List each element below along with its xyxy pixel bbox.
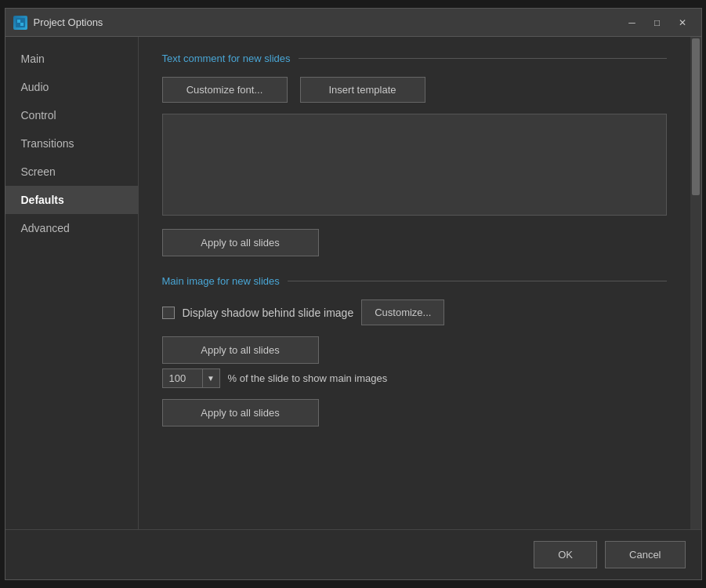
ok-button[interactable]: OK [534, 541, 597, 568]
main-image-section: Main image for new slides Display shadow… [162, 275, 667, 426]
shadow-checkbox[interactable] [162, 307, 175, 319]
section1-button-row: Customize font... Insert template [162, 77, 667, 103]
section2-line [288, 281, 667, 281]
content-area: Text comment for new slides Customize fo… [139, 37, 690, 529]
shadow-label: Display shadow behind slide image [183, 307, 354, 319]
cancel-button[interactable]: Cancel [605, 541, 685, 568]
sidebar-item-screen[interactable]: Screen [5, 158, 138, 186]
svg-rect-2 [20, 23, 24, 26]
scrollbar-thumb[interactable] [692, 38, 700, 195]
scrollbar-track[interactable] [690, 37, 701, 529]
section1-header: Text comment for new slides [162, 53, 667, 64]
apply-shadow-button[interactable]: Apply to all slides [162, 336, 319, 364]
spinner-container: ▼ [162, 368, 220, 388]
sidebar-item-transitions[interactable]: Transitions [5, 129, 138, 158]
close-button[interactable]: ✕ [672, 14, 693, 31]
window-body: Main Audio Control Transitions Screen De… [5, 37, 701, 529]
footer: OK Cancel [5, 529, 701, 579]
section2-title: Main image for new slides [162, 275, 280, 287]
apply-text-button[interactable]: Apply to all slides [162, 229, 319, 256]
spinner-down-arrow[interactable]: ▼ [202, 369, 219, 387]
section2-header: Main image for new slides [162, 275, 667, 287]
spinner-row: ▼ % of the slide to show main images [162, 368, 667, 388]
customize-image-button[interactable]: Customize... [361, 299, 444, 325]
maximize-button[interactable]: □ [646, 14, 668, 31]
insert-template-button[interactable]: Insert template [300, 77, 425, 103]
sidebar-item-defaults[interactable]: Defaults [5, 186, 138, 214]
shadow-checkbox-row: Display shadow behind slide image Custom… [162, 299, 667, 325]
sidebar: Main Audio Control Transitions Screen De… [5, 37, 139, 529]
apply-scale-button[interactable]: Apply to all slides [162, 399, 319, 426]
sidebar-item-advanced[interactable]: Advanced [5, 214, 138, 242]
minimize-button[interactable]: ─ [621, 14, 643, 31]
window-title: Project Options [34, 16, 621, 28]
sidebar-item-audio[interactable]: Audio [5, 73, 138, 101]
text-comment-section: Text comment for new slides Customize fo… [162, 53, 667, 256]
sidebar-item-main[interactable]: Main [5, 45, 138, 73]
text-comment-area[interactable] [162, 114, 667, 216]
title-bar: Project Options ─ □ ✕ [5, 9, 701, 37]
section1-title: Text comment for new slides [162, 53, 291, 64]
customize-font-button[interactable]: Customize font... [162, 77, 288, 103]
spinner-label: % of the slide to show main images [228, 372, 388, 384]
window-controls: ─ □ ✕ [621, 14, 693, 31]
section1-line [299, 58, 667, 59]
svg-rect-1 [17, 20, 20, 23]
spinner-input[interactable] [163, 369, 202, 387]
sidebar-item-control[interactable]: Control [5, 101, 138, 129]
project-options-window: Project Options ─ □ ✕ Main Audio Control… [5, 8, 702, 580]
window-icon [13, 16, 27, 30]
